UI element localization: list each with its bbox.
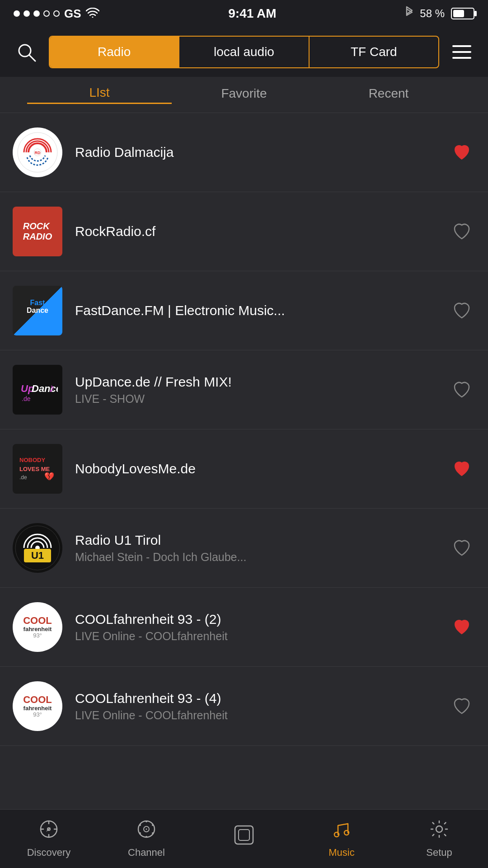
sub-tab-recent[interactable]: Recent: [316, 86, 461, 104]
svg-text:LOVES ME: LOVES ME: [19, 466, 50, 472]
channel-icon: [136, 819, 156, 843]
carrier-label: GS: [64, 7, 81, 21]
signal-dots: [14, 10, 60, 17]
svg-point-0: [92, 17, 93, 18]
nav-setup[interactable]: Setup: [390, 810, 488, 868]
station-name: COOLfahrenheit 93 - (2): [75, 612, 436, 627]
dot-4: [43, 10, 50, 17]
nav-channel-label: Channel: [128, 847, 165, 859]
battery-fill: [453, 10, 464, 17]
compass-icon: [39, 819, 59, 843]
station-logo: ROCKRADIO: [13, 207, 62, 256]
gear-icon: [429, 819, 449, 843]
station-sub: LIVE Online - COOLfahrenheit: [75, 630, 436, 643]
nav-center[interactable]: [195, 810, 293, 868]
rock-logo-text: ROCKRADIO: [23, 221, 52, 242]
dot-3: [33, 10, 40, 17]
header: Radio local audio TF Card: [0, 27, 488, 77]
nav-music[interactable]: Music: [293, 810, 390, 868]
station-info: Radio U1 Tirol Michael Stein - Doch Ich …: [62, 533, 448, 564]
station-info: COOLfahrenheit 93 - (4) LIVE Online - CO…: [62, 691, 448, 722]
svg-point-39: [436, 826, 442, 832]
station-sub: LIVE Online - COOLfahrenheit: [75, 709, 436, 722]
station-item[interactable]: Up Dance .de ♪ UpDance.de // Fresh MIX! …: [0, 350, 488, 429]
tab-local-audio[interactable]: local audio: [178, 37, 308, 67]
station-item[interactable]: RD Radio Dalmacija: [0, 113, 488, 192]
dot-2: [23, 10, 30, 17]
station-item[interactable]: COOL fahrenheit 93° COOLfahrenheit 93 - …: [0, 588, 488, 667]
station-name: Radio Dalmacija: [75, 145, 436, 160]
station-logo: FastDanceFM: [13, 286, 62, 335]
svg-rect-35: [235, 826, 253, 844]
favorite-button[interactable]: [448, 376, 475, 403]
station-item[interactable]: FastDanceFM FastDance.FM | Electronic Mu…: [0, 271, 488, 350]
source-tab-group: Radio local audio TF Card: [49, 36, 439, 68]
tab-tf-card[interactable]: TF Card: [309, 37, 438, 67]
station-name: NobodyLovesMe.de: [75, 461, 436, 476]
svg-point-30: [152, 824, 154, 826]
station-item[interactable]: U1 Radio U1 Tirol Michael Stein - Doch I…: [0, 509, 488, 588]
status-bar: GS 9:41 AM 58 %: [0, 0, 488, 27]
station-logo: COOL fahrenheit 93°: [13, 602, 62, 652]
svg-point-33: [139, 832, 141, 834]
station-info: UpDance.de // Fresh MIX! LIVE - SHOW: [62, 374, 448, 406]
svg-point-34: [139, 824, 141, 826]
svg-text:.de: .de: [22, 395, 31, 402]
nav-channel[interactable]: Channel: [98, 810, 195, 868]
station-logo: Up Dance .de ♪: [13, 365, 62, 415]
station-list: RD Radio Dalmacija ROCKRADIO RockRadio.c…: [0, 113, 488, 809]
svg-text:RD: RD: [35, 151, 41, 155]
status-time: 9:41 AM: [228, 6, 276, 21]
search-button[interactable]: [13, 38, 40, 66]
nav-setup-label: Setup: [426, 847, 452, 859]
station-logo: RD: [13, 127, 62, 177]
station-info: COOLfahrenheit 93 - (2) LIVE Online - CO…: [62, 612, 448, 643]
cool-logo-main: COOL: [23, 615, 52, 626]
svg-rect-36: [239, 830, 249, 840]
cool-logo-main2: COOL: [23, 694, 52, 705]
svg-text:NOBODY: NOBODY: [19, 457, 45, 463]
dot-1: [14, 10, 20, 17]
station-info: Radio Dalmacija: [62, 145, 448, 160]
station-logo: COOL fahrenheit 93°: [13, 681, 62, 731]
station-item[interactable]: NOBODY LOVES ME .de 💔 NobodyLovesMe.de: [0, 429, 488, 509]
station-item[interactable]: ROCKRADIO RockRadio.cf: [0, 192, 488, 271]
favorite-button[interactable]: [448, 534, 475, 561]
menu-button[interactable]: [448, 38, 475, 66]
favorite-button[interactable]: [448, 693, 475, 720]
status-right: 58 %: [405, 6, 474, 21]
favorite-button[interactable]: [448, 139, 475, 166]
cool-logo-sub4: 93°: [33, 712, 42, 718]
station-name: UpDance.de // Fresh MIX!: [75, 374, 436, 390]
station-info: NobodyLovesMe.de: [62, 461, 448, 476]
svg-point-32: [145, 836, 147, 838]
station-item[interactable]: COOL fahrenheit 93° COOLfahrenheit 93 - …: [0, 667, 488, 746]
menu-line-3: [452, 57, 471, 59]
music-icon: [332, 819, 352, 843]
tab-radio[interactable]: Radio: [50, 37, 178, 67]
battery-pct: 58 %: [420, 7, 445, 20]
favorite-button[interactable]: [448, 297, 475, 324]
favorite-button[interactable]: [448, 218, 475, 245]
bluetooth-icon: [405, 6, 413, 21]
cool-logo-inner: COOL fahrenheit 93°: [23, 615, 52, 639]
station-sub: LIVE - SHOW: [75, 392, 436, 406]
favorite-button[interactable]: [448, 613, 475, 641]
station-name: Radio U1 Tirol: [75, 533, 436, 548]
station-info: FastDance.FM | Electronic Music...: [62, 303, 448, 318]
bottom-nav: Discovery Channel: [0, 809, 488, 868]
cool-logo-sub2: 93°: [33, 632, 42, 639]
station-name: FastDance.FM | Electronic Music...: [75, 303, 436, 318]
station-name: RockRadio.cf: [75, 224, 436, 239]
nav-discovery[interactable]: Discovery: [0, 810, 98, 868]
station-name: COOLfahrenheit 93 - (4): [75, 691, 436, 706]
nav-music-label: Music: [328, 847, 354, 859]
svg-text:💔: 💔: [44, 472, 55, 481]
sub-tab-list[interactable]: LIst: [27, 85, 172, 104]
sub-tab-group: LIst Favorite Recent: [0, 77, 488, 113]
favorite-button[interactable]: [448, 455, 475, 482]
sub-tab-favorite[interactable]: Favorite: [172, 86, 316, 104]
svg-point-31: [152, 832, 154, 834]
battery-bar: [451, 8, 474, 19]
wifi-icon: [86, 6, 99, 21]
